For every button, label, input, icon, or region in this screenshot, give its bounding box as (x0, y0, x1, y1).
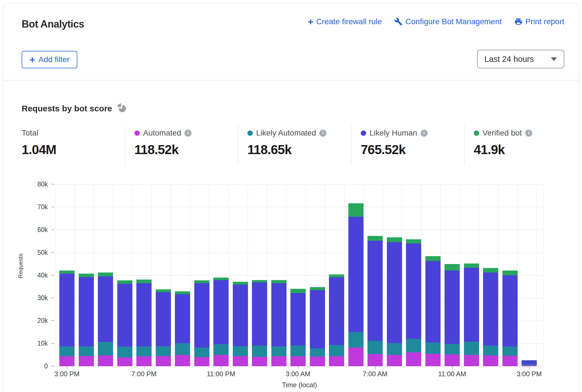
bar-segment-likely-automated[interactable] (79, 346, 94, 356)
bar-segment-likely-human[interactable] (367, 241, 383, 341)
bar-segment-automated[interactable] (233, 356, 248, 366)
bar-6-00-am[interactable] (348, 203, 364, 366)
bar-12-00-pm[interactable] (464, 263, 479, 366)
bar-segment-likely-automated[interactable] (233, 346, 248, 356)
bar-segment-likely-automated[interactable] (425, 343, 441, 354)
bar-segment-verified-bot[interactable] (310, 287, 325, 290)
configure-bot-management-link[interactable]: Configure Bot Management (394, 17, 502, 26)
bar-segment-verified-bot[interactable] (348, 203, 364, 217)
bar-3-00-pm[interactable] (522, 360, 537, 366)
bar-segment-automated[interactable] (213, 355, 229, 366)
bar-segment-likely-human[interactable] (445, 271, 460, 344)
add-filter-button[interactable]: + Add filter (22, 51, 77, 68)
bar-4-00-am[interactable] (310, 287, 325, 366)
bar-segment-likely-human[interactable] (79, 277, 94, 347)
bar-segment-verified-bot[interactable] (252, 280, 267, 283)
bar-segment-likely-human[interactable] (406, 244, 421, 339)
bar-segment-verified-bot[interactable] (387, 237, 402, 242)
bar-10-00-pm[interactable] (194, 280, 209, 366)
bar-segment-automated[interactable] (310, 357, 325, 366)
bar-segment-likely-human[interactable] (425, 261, 441, 343)
bar-11-00-am[interactable] (445, 264, 460, 366)
bar-segment-likely-human[interactable] (502, 275, 518, 346)
bar-segment-likely-automated[interactable] (98, 342, 113, 355)
bar-7-00-pm[interactable] (136, 280, 152, 366)
bar-segment-verified-bot[interactable] (290, 289, 306, 293)
bar-segment-automated[interactable] (367, 354, 383, 366)
time-range-select[interactable]: Last 24 hours (477, 50, 564, 68)
bar-segment-likely-human[interactable] (175, 294, 190, 343)
bar-1-00-pm[interactable] (483, 268, 498, 366)
bar-segment-likely-automated[interactable] (310, 348, 325, 357)
bar-segment-likely-automated[interactable] (502, 346, 518, 355)
bar-3-00-pm[interactable] (59, 271, 75, 366)
bar-5-00-pm[interactable] (98, 272, 113, 366)
bar-segment-likely-human[interactable] (464, 268, 479, 342)
bar-segment-automated[interactable] (252, 357, 267, 366)
bar-segment-likely-automated[interactable] (406, 339, 421, 352)
bar-segment-verified-bot[interactable] (271, 280, 287, 283)
bar-segment-likely-human[interactable] (387, 242, 402, 343)
info-icon[interactable]: i (184, 130, 191, 137)
info-icon[interactable]: i (525, 130, 532, 137)
bar-9-00-pm[interactable] (175, 291, 190, 366)
bar-4-00-pm[interactable] (79, 274, 94, 366)
bar-segment-likely-human[interactable] (271, 283, 287, 346)
bar-segment-automated[interactable] (464, 355, 479, 366)
bar-segment-likely-automated[interactable] (387, 343, 402, 355)
bar-segment-verified-bot[interactable] (156, 289, 171, 292)
bar-segment-automated[interactable] (502, 356, 518, 366)
bar-5-00-am[interactable] (329, 274, 344, 366)
bar-segment-verified-bot[interactable] (233, 282, 248, 285)
bar-segment-likely-human[interactable] (156, 292, 171, 346)
bar-segment-likely-human[interactable] (136, 283, 152, 347)
bar-3-00-am[interactable] (290, 289, 306, 366)
bar-segment-verified-bot[interactable] (117, 280, 132, 283)
bar-segment-automated[interactable] (271, 356, 287, 366)
bar-8-00-pm[interactable] (156, 289, 171, 366)
bar-segment-likely-human[interactable] (329, 277, 344, 345)
print-report-link[interactable]: Print report (514, 17, 565, 26)
bar-segment-likely-automated[interactable] (156, 346, 171, 356)
bar-segment-likely-automated[interactable] (136, 346, 152, 356)
bar-7-00-am[interactable] (367, 236, 383, 366)
bar-segment-automated[interactable] (290, 356, 306, 366)
bar-segment-verified-bot[interactable] (59, 271, 75, 274)
create-firewall-rule-link[interactable]: + Create firewall rule (308, 17, 382, 26)
bar-segment-verified-bot[interactable] (464, 263, 479, 268)
bar-6-00-pm[interactable] (117, 280, 132, 366)
bar-segment-likely-automated[interactable] (213, 344, 229, 355)
bar-segment-verified-bot[interactable] (194, 280, 209, 283)
bar-segment-likely-human[interactable] (252, 282, 267, 345)
bar-segment-likely-automated[interactable] (348, 332, 364, 348)
bar-segment-automated[interactable] (425, 354, 441, 366)
bar-segment-verified-bot[interactable] (445, 264, 460, 271)
bar-segment-automated[interactable] (79, 356, 94, 366)
bar-11-00-pm[interactable] (213, 278, 229, 366)
bar-segment-automated[interactable] (175, 355, 190, 366)
bar-segment-likely-human[interactable] (290, 293, 306, 346)
bar-segment-verified-bot[interactable] (98, 272, 113, 276)
bar-segment-automated[interactable] (136, 356, 152, 366)
bar-segment-verified-bot[interactable] (425, 256, 441, 261)
bar-segment-likely-automated[interactable] (367, 341, 383, 354)
bar-segment-verified-bot[interactable] (367, 236, 383, 240)
bar-segment-verified-bot[interactable] (213, 278, 229, 280)
bar-segment-automated[interactable] (348, 348, 364, 366)
bar-segment-automated[interactable] (329, 356, 344, 366)
bar-segment-verified-bot[interactable] (329, 274, 344, 277)
bar-segment-likely-automated[interactable] (252, 346, 267, 357)
info-icon[interactable]: i (319, 130, 326, 137)
bar-segment-verified-bot[interactable] (175, 291, 190, 294)
bar-12-00-am[interactable] (233, 282, 248, 366)
bar-segment-likely-human[interactable] (483, 272, 498, 346)
bar-2-00-am[interactable] (271, 280, 287, 366)
bar-segment-automated[interactable] (445, 354, 460, 366)
bar-segment-likely-automated[interactable] (59, 346, 75, 356)
bar-segment-automated[interactable] (406, 352, 421, 366)
bar-segment-automated[interactable] (59, 356, 75, 366)
bar-segment-likely-human[interactable] (59, 274, 75, 347)
bar-8-00-am[interactable] (387, 237, 402, 366)
bar-segment-automated[interactable] (98, 355, 113, 366)
bar-segment-automated[interactable] (387, 355, 402, 366)
